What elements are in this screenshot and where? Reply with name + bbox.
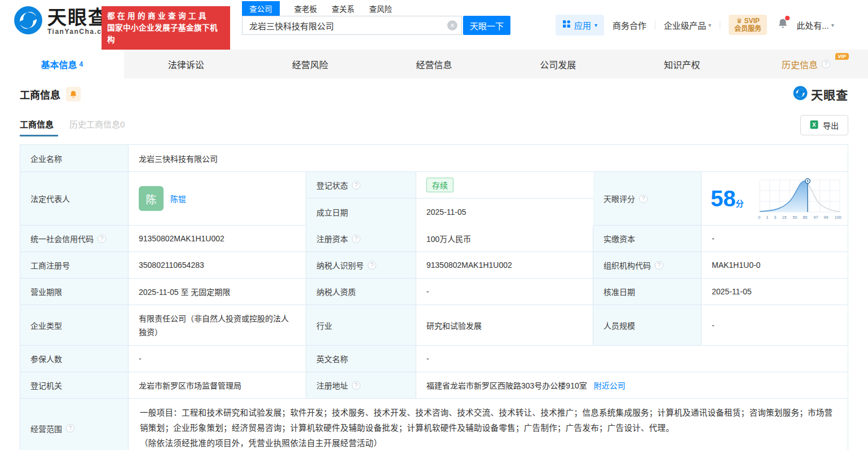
business-scope-cell: 一般项目：工程和技术研究和试验发展；软件开发；技术服务、技术开发、技术咨询、技术…: [129, 399, 848, 450]
search-tabs: 查公司 查老板 查关系 查风险: [242, 2, 510, 16]
apps-menu[interactable]: 应用 ▾: [556, 15, 604, 36]
nearby-companies-link[interactable]: 附近公司: [594, 380, 625, 391]
apps-grid-icon: [562, 20, 571, 30]
score-value: 58: [711, 186, 736, 211]
field-label: 参保人数: [20, 346, 129, 372]
search-input[interactable]: [242, 16, 462, 35]
divider: [655, 20, 655, 29]
section-title: 工商信息: [20, 87, 60, 102]
clear-search-icon[interactable]: ✕: [447, 20, 457, 30]
main-content: 工商信息 天眼查 工商信息 历史工商信息0: [0, 86, 868, 450]
reg-authority-value: 龙岩市新罗区市场监督管理局: [129, 372, 306, 399]
legal-rep-cell: 陈 陈锟: [129, 172, 306, 226]
business-info-table: 企业名称 龙岩三快科技有限公司 法定代表人 陈 陈锟 登记状态 ? 存续: [20, 144, 848, 450]
vip-badge: VIP: [835, 53, 849, 60]
field-label: 英文名称: [306, 346, 416, 372]
promo-line2: 国家中小企业发展子基金旗下机构: [107, 22, 224, 46]
help-icon[interactable]: ?: [98, 235, 106, 243]
search-tab-company[interactable]: 查公司: [242, 1, 280, 16]
help-icon[interactable]: ?: [639, 195, 647, 203]
field-label: 法定代表人: [20, 172, 129, 226]
legal-rep-link[interactable]: 陈锟: [170, 193, 186, 204]
subtab-history-business-info[interactable]: 历史工商信息0: [69, 118, 125, 136]
search-button[interactable]: 天眼一下: [463, 16, 510, 35]
table-row: 参保人数 - 英文名称 -: [20, 346, 848, 372]
field-label: 注册资本 ?: [306, 226, 416, 252]
score-distribution-chart: 01 315 5085 9799 100: [757, 177, 842, 220]
search-tab-risk[interactable]: 查风险: [369, 1, 393, 16]
apps-label: 应用: [574, 19, 591, 31]
tab-legal-proceedings[interactable]: 法律诉讼: [124, 50, 248, 78]
chevron-down-icon: ▾: [831, 22, 834, 28]
field-label: 企业名称: [20, 145, 129, 172]
search-tab-boss[interactable]: 查老板: [294, 1, 318, 16]
tab-intellectual-property[interactable]: 知识产权: [620, 50, 744, 78]
watermark-text: 天眼查: [811, 86, 848, 103]
reg-status-label: 登记状态: [316, 179, 348, 191]
divider: [720, 20, 720, 29]
paid-capital-value: -: [702, 226, 848, 252]
svip-label: SVIP: [744, 17, 759, 25]
promo-banner: 都在用的商业查询工具 国家中小企业发展子基金旗下机构: [102, 6, 230, 50]
user-menu[interactable]: 此处有... ▾: [796, 19, 834, 31]
notification-dot: [785, 16, 790, 20]
help-icon[interactable]: ?: [352, 235, 360, 243]
status-badge: 存续: [426, 178, 453, 192]
svip-membership-badge[interactable]: ♛ SVIP 会员服务: [729, 15, 767, 35]
field-label: 注册地址 ?: [306, 372, 416, 399]
help-icon[interactable]: ?: [368, 261, 376, 270]
staff-size-value: -: [702, 305, 848, 346]
table-row: 法定代表人 陈 陈锟 登记状态 ? 存续 成立日期 2025-11-05: [20, 172, 848, 226]
business-scope-value: 一般项目：工程和技术研究和试验发展；软件开发；技术服务、技术开发、技术咨询、技术…: [140, 408, 832, 433]
reg-number-value: 350802110654283: [129, 252, 306, 279]
enterprise-label: 企业级产品: [664, 19, 706, 31]
company-type-value: 有限责任公司（非自然人投资或控股的法人独资）: [129, 305, 306, 346]
tab-label: 历史信息: [782, 58, 818, 71]
field-label: 工商注册号: [20, 252, 129, 279]
help-icon[interactable]: ?: [352, 381, 360, 390]
tab-label: 法律诉讼: [168, 58, 204, 71]
field-label: 纳税人识别号 ?: [306, 252, 416, 279]
tab-basic-info[interactable]: 基本信息 4: [0, 50, 124, 78]
tianyancha-logo[interactable]: 天眼查 TianYanCha.com: [14, 6, 113, 37]
score-cell: 58分: [702, 172, 848, 226]
field-label: 统一社会信用代码 ?: [20, 226, 129, 252]
field-label: 企业类型: [20, 305, 129, 346]
tab-count: 4: [80, 60, 83, 68]
header-nav: 应用 ▾ 商务合作 企业级产品 ▾ ♛ SVIP 会员服务 此处有... ▾: [556, 12, 834, 37]
tab-operation-risk[interactable]: 经营风险: [248, 50, 372, 78]
approval-date-value: 2025-11-05: [702, 279, 848, 305]
help-icon[interactable]: ?: [655, 261, 663, 270]
promo-line1: 都在用的商业查询工具: [107, 10, 224, 22]
help-icon[interactable]: ?: [66, 424, 74, 433]
subtab-business-info[interactable]: 工商信息: [20, 118, 54, 136]
help-icon[interactable]: ?: [352, 181, 360, 189]
nav-business-cooperation[interactable]: 商务合作: [613, 19, 646, 31]
field-label: 登记状态 ?: [306, 172, 416, 198]
help-icon[interactable]: ?: [822, 60, 830, 68]
monitor-bell-icon[interactable]: [66, 87, 81, 102]
industry-value: 研究和试验发展: [416, 305, 593, 346]
tab-label: 经营信息: [416, 58, 452, 71]
table-row: 企业类型 有限责任公司（非自然人投资或控股的法人独资） 行业 研究和试验发展 人…: [20, 305, 848, 346]
tab-operation-info[interactable]: 经营信息: [372, 50, 496, 78]
tab-company-development[interactable]: 公司发展: [496, 50, 620, 78]
legal-rep-avatar[interactable]: 陈: [139, 186, 164, 211]
export-button[interactable]: 导出: [800, 115, 848, 135]
tab-label: 公司发展: [540, 58, 576, 71]
tab-label: 基本信息: [41, 58, 77, 71]
reg-address-value: 福建省龙岩市新罗区西陂路303号办公楼910室: [426, 380, 587, 391]
business-info-subtabs: 工商信息 历史工商信息0: [20, 118, 125, 136]
tianyancha-watermark: 天眼查: [793, 86, 848, 103]
tianyancha-swirl-icon: [793, 86, 808, 103]
search-tab-relation[interactable]: 查关系: [332, 1, 355, 16]
tab-history-info[interactable]: 历史信息 ? VIP: [744, 50, 868, 78]
table-row: 工商注册号 350802110654283 纳税人识别号 ? 91350802M…: [20, 252, 848, 279]
field-label: 成立日期: [306, 198, 416, 226]
nav-enterprise-products[interactable]: 企业级产品 ▾: [664, 19, 711, 31]
top-header: 天眼查 TianYanCha.com 都在用的商业查询工具 国家中小企业发展子基…: [0, 0, 868, 50]
score-label: 天眼评分: [603, 193, 635, 204]
notification-bell-icon[interactable]: [778, 18, 788, 32]
svip-sublabel: 会员服务: [734, 25, 761, 33]
tab-label: 经营风险: [292, 58, 328, 71]
